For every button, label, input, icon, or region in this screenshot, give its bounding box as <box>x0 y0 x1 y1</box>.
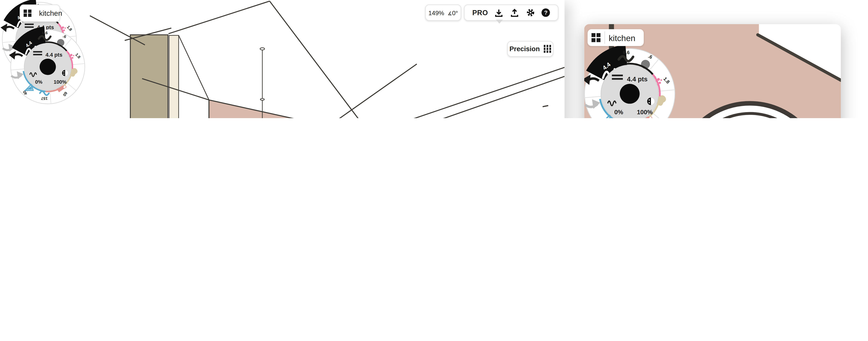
zoom-level: 149% <box>428 9 444 16</box>
angle-icon: ∡ <box>447 10 452 16</box>
tan-column <box>130 35 179 118</box>
toolbar-notch <box>496 20 503 24</box>
pro-button[interactable]: PRO <box>472 9 488 17</box>
divider <box>604 32 605 44</box>
main-window: 4.4 6.6 .6 1.8 60 157 <box>0 0 564 118</box>
pink-wall <box>209 100 370 118</box>
app-stage: 4.4 6.6 .6 1.8 60 157 <box>0 0 868 118</box>
gallery-grid-icon[interactable] <box>591 33 600 42</box>
zoom-rotation-pill[interactable]: 149% ∡0° <box>425 4 461 21</box>
help-icon[interactable]: ? <box>542 8 550 17</box>
gallery-grid-icon[interactable] <box>24 9 31 17</box>
pendant-lamp <box>255 48 270 118</box>
download-icon[interactable] <box>495 8 503 17</box>
document-title-button[interactable]: kitchen <box>588 29 644 46</box>
top-toolbar: PRO ? <box>464 4 558 21</box>
gear-icon[interactable] <box>526 8 535 17</box>
document-title-button[interactable]: kitchen <box>20 4 60 22</box>
precision-button[interactable]: Precision <box>507 41 553 57</box>
document-title: kitchen <box>39 9 62 17</box>
document-title: kitchen <box>609 33 635 42</box>
precision-grid-icon <box>544 45 551 53</box>
precision-label: Precision <box>509 45 540 53</box>
rotation-value: 0° <box>452 9 458 16</box>
magnified-window: kitchen Layers ⇅ Sorting | Manual + New … <box>584 24 841 118</box>
upload-icon[interactable] <box>510 8 519 17</box>
